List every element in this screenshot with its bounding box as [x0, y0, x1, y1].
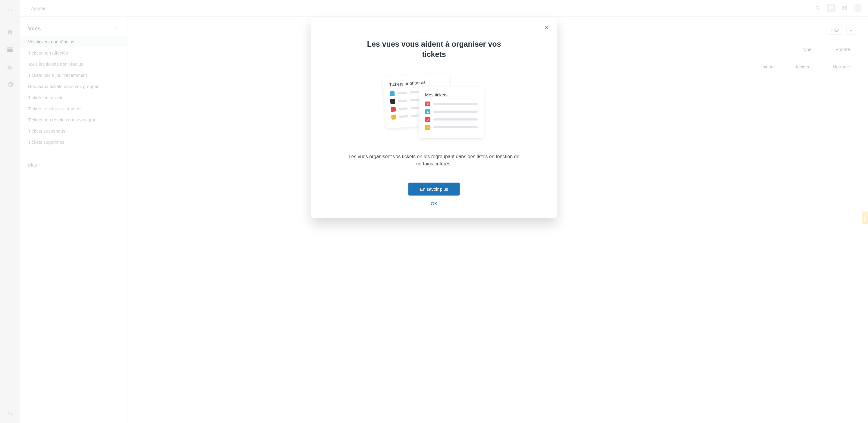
- close-icon[interactable]: [544, 25, 549, 30]
- learn-more-button[interactable]: En savoir plus: [408, 183, 460, 196]
- ok-button[interactable]: OK: [431, 201, 437, 206]
- onboarding-modal: Les vues vous aident à organiser vos tic…: [311, 18, 557, 218]
- modal-title: Les vues vous aident à organiser vos tic…: [362, 39, 506, 60]
- card-front-title: Mes tickets: [425, 92, 478, 97]
- modal-illustration: Tickets prioritaires Mes tickets o a o n: [384, 72, 484, 138]
- illus-card-front: Mes tickets o a o n: [419, 87, 484, 138]
- card-back-title: Tickets prioritaires: [389, 78, 444, 87]
- modal-desc: Les vues organisent vos tickets en les r…: [347, 153, 521, 167]
- modal-overlay: Les vues vous aident à organiser vos tic…: [0, 0, 868, 423]
